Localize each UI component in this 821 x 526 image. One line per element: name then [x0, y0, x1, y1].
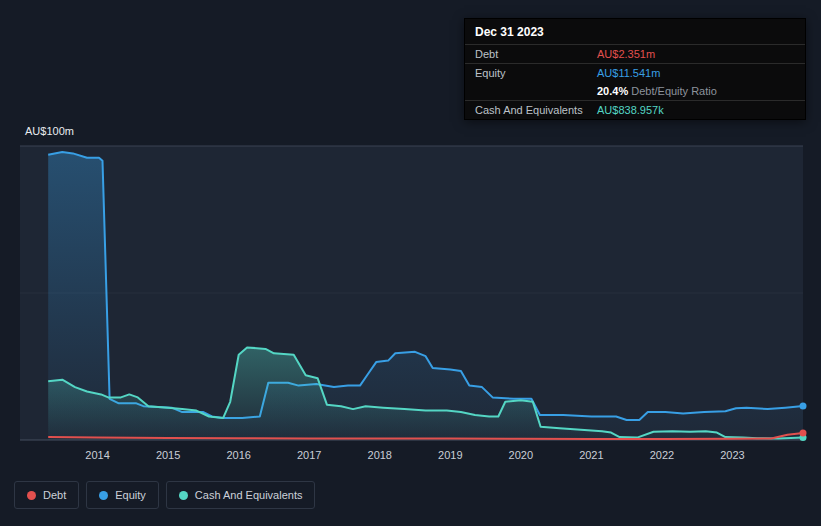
debt-end-marker: [800, 430, 807, 437]
tooltip-cash-value: AU$838.957k: [597, 104, 795, 116]
tooltip-ratio-value: 20.4%: [597, 85, 628, 97]
tooltip-cash-label: Cash And Equivalents: [475, 104, 597, 116]
debt-equity-chart-svg[interactable]: [20, 146, 803, 440]
chart-legend: DebtEquityCash And Equivalents: [14, 481, 315, 509]
x-tick-2021: 2021: [579, 449, 603, 461]
x-tick-2014: 2014: [85, 449, 109, 461]
x-tick-2017: 2017: [297, 449, 321, 461]
cash-dot-icon: [179, 491, 188, 500]
equity-dot-icon: [99, 491, 108, 500]
x-tick-2023: 2023: [720, 449, 744, 461]
debt-equity-history-panel: Dec 31 2023 Debt AU$2.351m Equity AU$11.…: [0, 0, 821, 526]
legend-label-cash: Cash And Equivalents: [195, 489, 303, 501]
legend-label-equity: Equity: [115, 489, 146, 501]
chart-tooltip: Dec 31 2023 Debt AU$2.351m Equity AU$11.…: [464, 18, 806, 120]
x-tick-2022: 2022: [650, 449, 674, 461]
equity-area: [48, 152, 803, 440]
tooltip-row-ratio: 20.4% Debt/Equity Ratio: [465, 82, 805, 101]
y-axis-max-label: AU$100m: [25, 125, 74, 137]
tooltip-equity-label: Equity: [475, 67, 597, 79]
legend-item-cash[interactable]: Cash And Equivalents: [166, 481, 316, 509]
tooltip-debt-value: AU$2.351m: [597, 48, 795, 60]
tooltip-debt-label: Debt: [475, 48, 597, 60]
x-tick-2016: 2016: [226, 449, 250, 461]
x-tick-2018: 2018: [368, 449, 392, 461]
tooltip-ratio-text: Debt/Equity Ratio: [628, 85, 717, 97]
debt-dot-icon: [27, 491, 36, 500]
chart-plot-area[interactable]: [20, 146, 803, 440]
x-tick-2020: 2020: [509, 449, 533, 461]
equity-end-marker: [800, 403, 807, 410]
x-tick-2019: 2019: [438, 449, 462, 461]
tooltip-date: Dec 31 2023: [465, 19, 805, 45]
tooltip-row-debt: Debt AU$2.351m: [465, 45, 805, 64]
legend-label-debt: Debt: [43, 489, 66, 501]
legend-item-equity[interactable]: Equity: [86, 481, 159, 509]
legend-item-debt[interactable]: Debt: [14, 481, 79, 509]
tooltip-row-equity: Equity AU$11.541m: [465, 64, 805, 82]
x-axis: 2014201520162017201820192020202120222023: [0, 449, 821, 465]
tooltip-equity-value: AU$11.541m: [597, 67, 795, 79]
tooltip-row-cash: Cash And Equivalents AU$838.957k: [465, 101, 805, 119]
x-tick-2015: 2015: [156, 449, 180, 461]
